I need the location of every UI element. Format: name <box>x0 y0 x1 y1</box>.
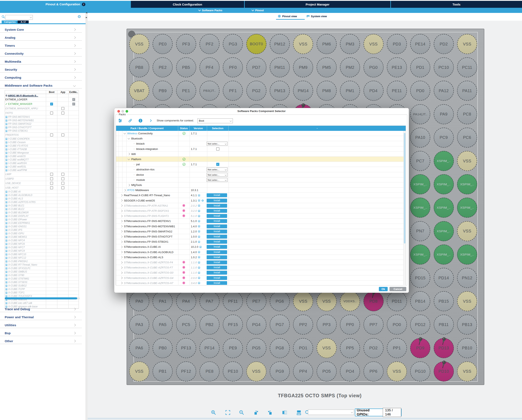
pin-pa12[interactable]: PA12 <box>434 81 454 101</box>
app-checkbox[interactable] <box>61 182 64 185</box>
app-checkbox[interactable] <box>61 107 64 110</box>
pin-pe13[interactable]: PE13 <box>387 57 407 77</box>
pack-row[interactable]: STMicroelectronics.FP-ATR-ASTRA12.0.2Ins… <box>116 203 404 208</box>
pin-vddxs[interactable]: VDDXS.. <box>340 291 360 311</box>
pin-pb10[interactable]: PB10 <box>457 338 477 358</box>
middleware-row[interactable]: FP-SNS-MOTENVWB1 <box>5 119 79 122</box>
pack-row[interactable]: moduleNot selec... <box>116 177 404 183</box>
pin-pe2[interactable]: PE2 <box>153 57 173 77</box>
canvas-hscrollbar[interactable] <box>88 418 522 419</box>
boot-checkbox[interactable] <box>50 112 53 115</box>
pin-vss[interactable]: VSS <box>387 361 407 382</box>
install-button[interactable]: Install <box>207 281 227 285</box>
pin-pd13[interactable]: PD13 <box>434 338 454 358</box>
pin-pg9[interactable]: PG9 <box>270 361 290 382</box>
pin-pa11[interactable]: PA11 <box>457 81 477 101</box>
middleware-row[interactable]: X-CUBE-NFC7 <box>5 246 79 249</box>
zoom-in-icon[interactable] <box>211 410 216 415</box>
install-button[interactable]: Install <box>207 209 227 213</box>
subtab-software-packs[interactable]: Software Packs <box>199 8 223 13</box>
pin-pp7[interactable]: PP7 <box>363 314 384 335</box>
tab-project-manager[interactable]: Project Manager <box>245 1 390 8</box>
pack-row[interactable]: pal1.7.1✓ <box>116 162 404 167</box>
column-version[interactable]: Version <box>190 126 207 131</box>
context-select[interactable]: Boot <box>197 118 233 123</box>
boot-checkbox[interactable] <box>50 182 53 185</box>
pin-pc6[interactable]: PC6 <box>457 128 477 148</box>
selection-checkbox[interactable] <box>216 147 219 151</box>
pin-xspim[interactable]: XSPIM_.. <box>457 244 477 265</box>
pin-po2[interactable]: PO2 <box>363 338 384 358</box>
middleware-row[interactable]: USB_HOST <box>5 185 79 190</box>
pin-pa9[interactable]: PA9 <box>434 104 454 124</box>
middleware-row[interactable]: X-CUBE-GNSS1 <box>5 225 79 228</box>
pin-pb11[interactable]: PB11 <box>434 314 454 335</box>
middleware-row[interactable]: ✓EXTMEM_MANAGER✓✓ <box>5 102 79 106</box>
pack-row[interactable]: STMicroelectronics.FP-SNS-SMARTAG21.2.0I… <box>116 229 404 234</box>
install-button[interactable]: Install <box>207 229 227 233</box>
pin-po4[interactable]: PO4 <box>340 361 360 382</box>
tab-pinout-view[interactable]: Pinout view <box>278 15 297 18</box>
pin-pg4[interactable]: PG4 <box>246 314 266 335</box>
column-selection[interactable]: Selection <box>207 126 229 131</box>
middleware-row[interactable]: X-CUBE-BLEMGR <box>5 211 79 214</box>
tab-clock-configuration[interactable]: Clock Configuration <box>131 1 244 8</box>
app-checkbox[interactable] <box>61 134 64 136</box>
pack-row[interactable]: STMicroelectronics.X-CUBE-AZRTOS-F41.1.0… <box>116 260 404 265</box>
pin-pc9[interactable]: PC9 <box>434 128 454 148</box>
sidebar-item-analog[interactable]: Analog <box>0 35 82 40</box>
extmem-checkbox[interactable]: ✓ <box>72 103 75 106</box>
pin-pg10[interactable]: PG10 <box>410 361 430 382</box>
middleware-row[interactable]: EXTMEM_LOADER✓ <box>5 97 79 102</box>
selection-dropdown[interactable]: Not selec... <box>207 178 228 182</box>
tab-pinout-configuration[interactable]: Pinout & Configuration i <box>0 1 131 8</box>
pin-vss[interactable]: VSS <box>457 221 477 241</box>
chevron-right-icon[interactable] <box>120 220 123 222</box>
pin-search-combo[interactable] <box>308 410 354 415</box>
sidebar-item-computing[interactable]: Computing <box>0 75 82 80</box>
pin-pg3[interactable]: PG3 <box>223 34 243 54</box>
pin-vbat[interactable]: VBAT <box>129 81 149 101</box>
pin-pm9[interactable]: PM9 <box>293 57 313 77</box>
column-extra[interactable]: - <box>229 126 406 131</box>
chevron-right-icon[interactable] <box>120 251 123 253</box>
pin-vss[interactable]: VSS <box>457 34 477 54</box>
sidebar-tab-az[interactable]: A->Z <box>18 21 29 23</box>
pin-xspim[interactable]: XSPIM_.. <box>434 174 454 194</box>
install-button[interactable]: Install <box>207 250 227 254</box>
chevron-right-icon[interactable] <box>120 256 123 259</box>
pin-pb0[interactable]: PB0 <box>153 338 173 358</box>
pin-pb8[interactable]: PB8 <box>129 57 149 77</box>
pin-xspim[interactable]: XSPIM_.. <box>434 151 454 171</box>
app-checkbox[interactable] <box>61 173 64 176</box>
pin-pa10[interactable]: PA10 <box>410 128 430 148</box>
pack-row[interactable]: STMicroelectronics.X-CUBE-AZRTOS-F71.1.0… <box>116 265 404 270</box>
boot-checkbox[interactable]: ✓ <box>50 103 53 106</box>
pin-pc10[interactable]: PC10 <box>434 57 454 77</box>
pack-row[interactable]: STMicroelectronics.X-CUBE-AZRTOS-G42.0.0… <box>116 275 404 281</box>
column-status[interactable]: Status <box>178 126 190 131</box>
pin-pb13[interactable]: PB13 <box>457 314 477 335</box>
sidebar-item-security[interactable]: Security <box>0 67 82 72</box>
pack-row[interactable]: Platform <box>116 157 404 162</box>
pack-row[interactable]: STMicroelectronics.FP-SNS-FLIGHT15.1.0In… <box>116 213 404 219</box>
middleware-hscrollbar[interactable] <box>5 297 80 299</box>
middleware-row[interactable]: X-CUBE-SFXS2LP1 <box>5 267 79 270</box>
column-boot[interactable]: Boot <box>46 90 57 94</box>
pin-pn12[interactable]: PN12 <box>457 268 477 288</box>
pin-pd4[interactable]: PD4 <box>363 81 384 101</box>
pin-po1[interactable]: PO1 <box>293 338 313 358</box>
gear-icon[interactable]: ⚙ <box>77 14 81 19</box>
pin-pg5[interactable]: PG5 <box>246 338 266 358</box>
pin-boot0[interactable]: BOOT0 <box>246 34 266 54</box>
install-button[interactable]: Install <box>207 266 227 269</box>
sidebar-item-timers[interactable]: Timers <box>0 43 82 48</box>
pin-pm1[interactable]: PM1 <box>340 81 360 101</box>
chevron-right-icon[interactable] <box>120 261 123 264</box>
chevron-right-icon[interactable] <box>120 205 123 207</box>
install-button[interactable]: Install <box>207 276 227 280</box>
middleware-row[interactable]: I-CUBE-wolfTPM <box>5 168 79 172</box>
column-pack[interactable]: Pack / Bundle / Component <box>116 126 178 131</box>
middleware-row[interactable]: I-CUBE-wolfSSL <box>5 165 79 168</box>
chevron-right-icon[interactable] <box>120 282 123 284</box>
